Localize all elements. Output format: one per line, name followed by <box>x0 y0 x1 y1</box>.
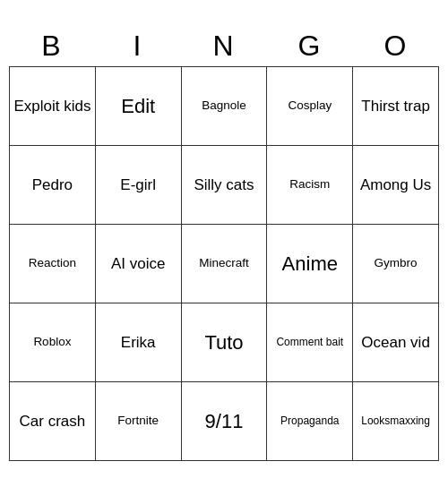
cell-text-9: Among Us <box>360 175 431 194</box>
bingo-cell-15[interactable]: Roblox <box>10 303 96 382</box>
cell-text-5: Pedro <box>32 175 73 194</box>
bingo-cell-11[interactable]: AI voice <box>96 225 182 303</box>
bingo-card: BINGO Exploit kidsEditBagnoleCosplayThir… <box>9 26 439 461</box>
bingo-cell-12[interactable]: Minecraft <box>182 225 268 303</box>
bingo-cell-17[interactable]: Tuto <box>182 303 268 382</box>
bingo-cell-22[interactable]: 9/11 <box>182 382 268 461</box>
cell-text-11: AI voice <box>111 254 165 273</box>
cell-text-4: Thirst trap <box>361 97 430 115</box>
header-letter-N: N <box>181 26 267 66</box>
cell-text-15: Roblox <box>33 335 71 350</box>
bingo-cell-0[interactable]: Exploit kids <box>10 67 96 146</box>
cell-text-0: Exploit kids <box>13 97 90 115</box>
bingo-cell-1[interactable]: Edit <box>96 67 182 146</box>
bingo-cell-6[interactable]: E-girl <box>96 146 182 225</box>
bingo-cell-2[interactable]: Bagnole <box>182 67 268 146</box>
bingo-cell-9[interactable]: Among Us <box>353 146 439 225</box>
bingo-cell-21[interactable]: Fortnite <box>96 382 182 461</box>
cell-text-19: Ocean vid <box>361 333 430 352</box>
cell-text-21: Fortnite <box>117 414 159 429</box>
cell-text-20: Car crash <box>20 412 86 431</box>
bingo-cell-7[interactable]: Silly cats <box>182 146 268 225</box>
bingo-cell-4[interactable]: Thirst trap <box>353 67 439 146</box>
cell-text-6: E-girl <box>120 175 156 194</box>
bingo-cell-16[interactable]: Erika <box>96 303 182 382</box>
bingo-grid: Exploit kidsEditBagnoleCosplayThirst tra… <box>9 66 439 461</box>
cell-text-8: Racism <box>289 177 330 192</box>
bingo-cell-3[interactable]: Cosplay <box>267 67 353 146</box>
cell-text-16: Erika <box>121 333 156 352</box>
bingo-header: BINGO <box>9 26 439 66</box>
cell-text-12: Minecraft <box>199 256 249 271</box>
bingo-cell-8[interactable]: Racism <box>267 146 353 225</box>
bingo-cell-5[interactable]: Pedro <box>10 146 96 225</box>
bingo-cell-18[interactable]: Comment bait <box>267 303 353 382</box>
cell-text-7: Silly cats <box>194 175 254 194</box>
bingo-cell-23[interactable]: Propaganda <box>267 382 353 461</box>
cell-text-13: Anime <box>282 252 338 277</box>
cell-text-2: Bagnole <box>202 98 246 114</box>
bingo-cell-20[interactable]: Car crash <box>10 382 96 461</box>
bingo-cell-19[interactable]: Ocean vid <box>353 303 439 382</box>
bingo-cell-24[interactable]: Looksmaxxing <box>353 382 439 461</box>
cell-text-3: Cosplay <box>288 98 332 114</box>
cell-text-1: Edit <box>121 94 155 119</box>
bingo-cell-13[interactable]: Anime <box>267 225 353 303</box>
bingo-cell-14[interactable]: Gymbro <box>353 225 439 303</box>
header-letter-O: O <box>353 26 439 66</box>
header-letter-B: B <box>9 26 95 66</box>
bingo-cell-10[interactable]: Reaction <box>10 225 96 303</box>
header-letter-I: I <box>95 26 181 66</box>
cell-text-18: Comment bait <box>276 336 343 349</box>
cell-text-14: Gymbro <box>375 256 418 271</box>
cell-text-17: Tuto <box>204 330 243 355</box>
header-letter-G: G <box>267 26 353 66</box>
cell-text-22: 9/11 <box>205 409 244 434</box>
cell-text-23: Propaganda <box>280 414 339 428</box>
cell-text-24: Looksmaxxing <box>361 414 430 428</box>
cell-text-10: Reaction <box>29 256 76 271</box>
